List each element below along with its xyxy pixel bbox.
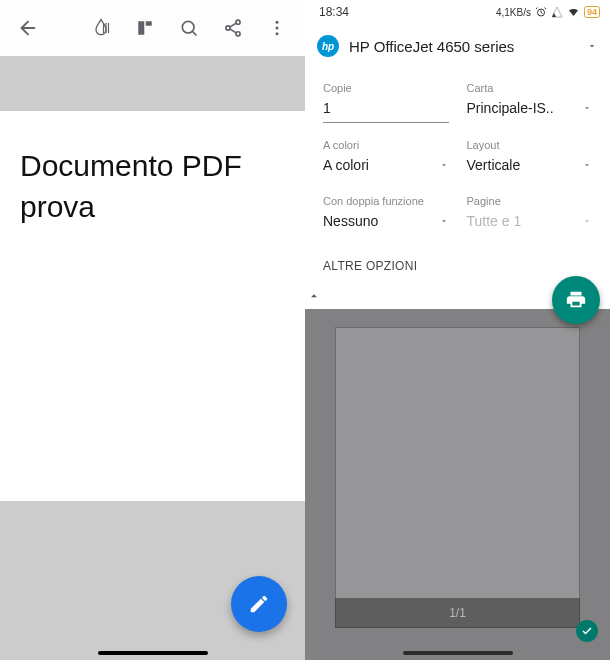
print-preview-area[interactable]: 1/1: [305, 309, 610, 660]
color-label: A colori: [323, 139, 449, 151]
chevron-down-icon: [586, 40, 598, 52]
pages-label: Pagine: [467, 195, 593, 207]
ink-annotate-icon[interactable]: [81, 8, 121, 48]
print-options: Copie 1 Carta Principale-IS.. A colori A…: [305, 68, 610, 245]
svg-point-14: [276, 27, 279, 30]
back-button[interactable]: [8, 8, 48, 48]
battery-indicator: 94: [584, 6, 600, 18]
svg-line-20: [544, 8, 546, 10]
gesture-nav-handle: [98, 651, 208, 655]
duplex-label: Con doppia funzione: [323, 195, 449, 207]
print-fab[interactable]: [552, 276, 600, 324]
page-selected-check-icon[interactable]: [576, 620, 598, 642]
svg-point-15: [276, 32, 279, 35]
chevron-down-icon: [582, 103, 592, 113]
page-counter: 1/1: [335, 598, 580, 628]
edit-fab[interactable]: [231, 576, 287, 632]
print-dialog-screen: 18:34 4,1KB/s 94 hp HP OfficeJet 4650 se…: [305, 0, 610, 660]
gesture-nav-handle: [403, 651, 513, 655]
chevron-down-icon: [582, 216, 592, 226]
svg-point-8: [236, 20, 240, 24]
svg-point-6: [182, 21, 194, 33]
chevron-down-icon: [439, 160, 449, 170]
paper-label: Carta: [467, 82, 593, 94]
alarm-icon: [535, 6, 547, 18]
hp-logo-icon: hp: [317, 35, 339, 57]
copies-option[interactable]: Copie 1: [323, 76, 449, 133]
overflow-menu-icon[interactable]: [257, 8, 297, 48]
svg-point-13: [276, 21, 279, 24]
search-icon[interactable]: [169, 8, 209, 48]
status-bar: 18:34 4,1KB/s 94: [305, 0, 610, 24]
document-viewer-screen: Documento PDF prova: [0, 0, 305, 660]
svg-line-11: [230, 23, 236, 27]
duplex-option[interactable]: Con doppia funzione Nessuno: [323, 189, 449, 245]
pages-option: Pagine Tutte e 1: [467, 189, 593, 245]
color-value: A colori: [323, 157, 369, 173]
layout-toggle-icon[interactable]: [125, 8, 165, 48]
copies-value[interactable]: 1: [323, 100, 331, 116]
chevron-down-icon: [439, 216, 449, 226]
share-icon[interactable]: [213, 8, 253, 48]
status-net-speed: 4,1KB/s: [496, 7, 531, 18]
signal-icon: [551, 6, 563, 18]
copies-label: Copie: [323, 82, 449, 94]
document-text: Documento PDF prova: [20, 146, 285, 227]
paper-value: Principale-IS..: [467, 100, 554, 116]
svg-line-18: [541, 13, 543, 14]
document-page[interactable]: Documento PDF prova: [0, 111, 305, 501]
printer-selector[interactable]: hp HP OfficeJet 4650 series: [305, 24, 610, 68]
svg-line-12: [230, 29, 236, 33]
preview-page[interactable]: [335, 327, 580, 628]
viewer-toolbar: [0, 0, 305, 56]
svg-rect-5: [146, 21, 152, 26]
svg-line-7: [193, 32, 197, 36]
layout-option[interactable]: Layout Verticale: [467, 133, 593, 189]
paper-option[interactable]: Carta Principale-IS..: [467, 76, 593, 133]
svg-line-19: [536, 8, 538, 10]
layout-value: Verticale: [467, 157, 521, 173]
color-option[interactable]: A colori A colori: [323, 133, 449, 189]
svg-point-10: [236, 32, 240, 36]
printer-name: HP OfficeJet 4650 series: [349, 38, 576, 55]
svg-point-9: [226, 26, 230, 30]
duplex-value: Nessuno: [323, 213, 378, 229]
wifi-icon: [567, 6, 580, 18]
svg-rect-4: [138, 21, 144, 35]
pages-value: Tutte e 1: [467, 213, 522, 229]
status-time: 18:34: [315, 5, 496, 19]
chevron-down-icon: [582, 160, 592, 170]
layout-label: Layout: [467, 139, 593, 151]
